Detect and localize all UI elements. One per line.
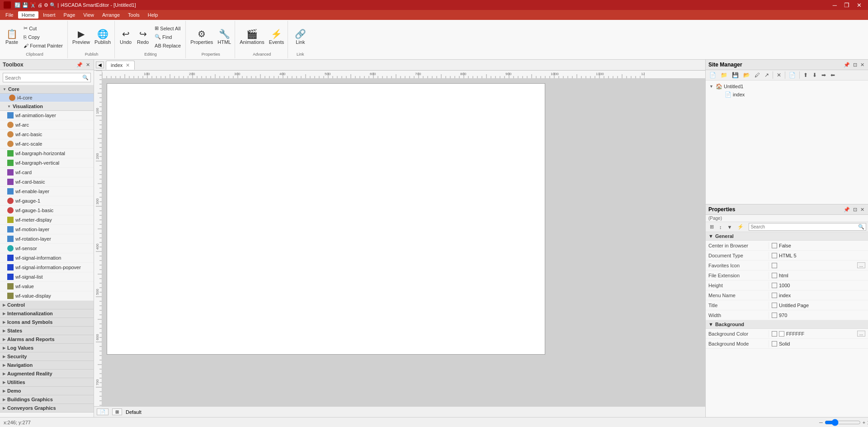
section-logvalues[interactable]: ▶ Log Values bbox=[0, 344, 94, 352]
link-button[interactable]: 🔗 Link bbox=[292, 24, 308, 50]
toolbox-item-signal-info-popover[interactable]: wf-signal-information-popover bbox=[0, 263, 94, 272]
toolbox-item-enable-layer[interactable]: wf-enable-layer bbox=[0, 187, 94, 196]
toolbox-item-animation-layer[interactable]: wf-animation-layer bbox=[0, 111, 94, 120]
section-states[interactable]: ▶ States bbox=[0, 327, 94, 335]
sm-down-button[interactable]: ⬇ bbox=[811, 71, 819, 79]
canvas-viewport[interactable] bbox=[102, 79, 705, 406]
menu-page[interactable]: Page bbox=[60, 11, 79, 19]
format-painter-button[interactable]: 🖌 Format Painter bbox=[21, 42, 66, 50]
toolbox-item-bargraph-h[interactable]: wf-bargraph-horizontal bbox=[0, 149, 94, 158]
section-buildings[interactable]: ▶ Buildings Graphics bbox=[0, 395, 94, 404]
section-i18n[interactable]: ▶ Internationalization bbox=[0, 309, 94, 318]
bg-color-edit-button[interactable]: ... bbox=[857, 331, 865, 337]
sm-new-button[interactable]: 📄 bbox=[708, 71, 718, 79]
menu-file[interactable]: File bbox=[2, 11, 17, 19]
props-grid-button[interactable]: ⊞ bbox=[708, 223, 716, 231]
bg-color-checkbox[interactable] bbox=[772, 331, 777, 337]
canvas-prev-button[interactable]: ◀ bbox=[96, 62, 104, 68]
toolbox-item-i4core[interactable]: i4-core bbox=[0, 94, 94, 102]
replace-button[interactable]: AB Replace bbox=[152, 42, 184, 50]
toolbox-item-card[interactable]: wf-card bbox=[0, 168, 94, 177]
toolbox-item-motion-layer[interactable]: wf-motion-layer bbox=[0, 225, 94, 234]
section-ar[interactable]: ▶ Augmented Reality bbox=[0, 370, 94, 378]
menu-name-checkbox[interactable] bbox=[772, 293, 777, 298]
toolbox-item-gauge1-basic[interactable]: wf-gauge-1-basic bbox=[0, 206, 94, 215]
canvas-tab-close-button[interactable]: ✕ bbox=[126, 62, 130, 68]
toolbox-item-arc-scale[interactable]: wf-arc-scale bbox=[0, 139, 94, 149]
section-core[interactable]: ▼ Core bbox=[0, 85, 94, 94]
select-all-button[interactable]: ⊞ Select All bbox=[152, 24, 184, 33]
toolbox-item-value-display[interactable]: wf-value-display bbox=[0, 291, 94, 301]
animations-button[interactable]: 🎬 Animations bbox=[238, 24, 266, 50]
menu-insert[interactable]: Insert bbox=[39, 11, 59, 19]
section-demo[interactable]: ▶ Demo bbox=[0, 387, 94, 395]
canvas-grid-button[interactable]: ⊞ bbox=[112, 408, 122, 415]
center-browser-checkbox[interactable] bbox=[772, 243, 777, 248]
sm-edit-button[interactable]: 🖊 bbox=[753, 71, 762, 79]
prop-section-background[interactable]: ▼ Background bbox=[706, 320, 868, 329]
favorites-icon-edit-button[interactable]: ... bbox=[857, 262, 865, 268]
toolbox-item-signal-info[interactable]: wf-signal-information bbox=[0, 253, 94, 263]
sm-right-button[interactable]: ➡ bbox=[820, 71, 828, 79]
tree-root[interactable]: ▼ 🏠 Untitled1 bbox=[708, 82, 866, 90]
canvas-page[interactable] bbox=[107, 83, 545, 355]
prop-section-general[interactable]: ▼ General bbox=[706, 232, 868, 241]
toolbox-item-arc[interactable]: wf-arc bbox=[0, 120, 94, 130]
bg-color-swatch[interactable] bbox=[779, 331, 784, 337]
toolbox-item-bargraph-v[interactable]: wf-bargraph-vertical bbox=[0, 158, 94, 168]
props-filter-button[interactable]: ▼ bbox=[725, 223, 735, 231]
toolbox-item-gauge1[interactable]: wf-gauge-1 bbox=[0, 196, 94, 206]
redo-button[interactable]: ↪ Redo bbox=[135, 24, 151, 50]
section-icons[interactable]: ▶ Icons and Symbols bbox=[0, 318, 94, 327]
toolbox-close-button[interactable]: ✕ bbox=[85, 62, 91, 68]
doc-type-checkbox[interactable] bbox=[772, 253, 777, 258]
properties-close-button[interactable]: ✕ bbox=[859, 207, 865, 213]
favorites-icon-checkbox[interactable] bbox=[772, 263, 777, 268]
paste-button[interactable]: 📋 Paste bbox=[4, 24, 20, 50]
toolbox-item-sensor[interactable]: wf-sensor bbox=[0, 244, 94, 253]
zoom-out-button[interactable]: ─ bbox=[819, 420, 823, 425]
toolbox-item-card-basic[interactable]: wf-card-basic bbox=[0, 177, 94, 187]
properties-ribbon-button[interactable]: ⚙ Properties bbox=[189, 24, 215, 50]
minimize-button[interactable]: ─ bbox=[830, 2, 840, 9]
sm-newfolder-button[interactable]: 📁 bbox=[719, 71, 729, 79]
close-button[interactable]: ✕ bbox=[854, 2, 864, 9]
sm-save-button[interactable]: 💾 bbox=[730, 71, 741, 79]
site-manager-pin-button[interactable]: 📌 bbox=[843, 62, 851, 68]
toolbox-item-signal-list[interactable]: wf-signal-list bbox=[0, 272, 94, 282]
sm-open-button[interactable]: 📂 bbox=[741, 71, 752, 79]
section-conveyors[interactable]: ▶ Conveyors Graphics bbox=[0, 404, 94, 413]
height-checkbox[interactable] bbox=[772, 283, 777, 288]
sm-delete-button[interactable]: ✕ bbox=[775, 71, 783, 79]
zoom-slider-input[interactable] bbox=[825, 419, 861, 426]
tree-index[interactable]: 📄 index bbox=[708, 90, 866, 99]
toolbox-pin-button[interactable]: 📌 bbox=[75, 62, 84, 68]
section-control[interactable]: ▶ Control bbox=[0, 301, 94, 309]
menu-view[interactable]: View bbox=[80, 11, 98, 19]
canvas-page-icon-button[interactable]: 📄 bbox=[97, 408, 108, 415]
menu-home[interactable]: Home bbox=[18, 11, 38, 19]
sm-up-button[interactable]: ⬆ bbox=[802, 71, 810, 79]
sm-page-button[interactable]: 📄 bbox=[787, 71, 797, 79]
props-lightning-button[interactable]: ⚡ bbox=[735, 223, 746, 231]
toolbox-item-value[interactable]: wf-value bbox=[0, 282, 94, 291]
title-bar-controls[interactable]: ─ ❐ ✕ bbox=[830, 2, 864, 9]
file-ext-checkbox[interactable] bbox=[772, 273, 777, 278]
site-manager-close-button[interactable]: ✕ bbox=[859, 62, 865, 68]
section-alarms[interactable]: ▶ Alarms and Reports bbox=[0, 335, 94, 344]
sm-export-button[interactable]: ↗ bbox=[763, 71, 771, 79]
menu-arrange[interactable]: Arrange bbox=[99, 11, 123, 19]
properties-search-input[interactable] bbox=[750, 224, 858, 229]
copy-button[interactable]: ⎘ Copy bbox=[21, 33, 66, 41]
toolbox-content[interactable]: ▼ Core i4-core ▼ Visualization wf-animat… bbox=[0, 85, 94, 417]
menu-help[interactable]: Help bbox=[144, 11, 162, 19]
width-checkbox[interactable] bbox=[772, 313, 777, 318]
toolbox-item-arc-basic[interactable]: wf-arc-basic bbox=[0, 130, 94, 139]
title-checkbox[interactable] bbox=[772, 303, 777, 308]
toolbox-item-rotation-layer[interactable]: wf-rotation-layer bbox=[0, 234, 94, 244]
zoom-in-button[interactable]: + bbox=[863, 420, 865, 425]
toolbox-item-meter[interactable]: wf-meter-display bbox=[0, 215, 94, 225]
canvas-tab-index[interactable]: index ✕ bbox=[106, 61, 135, 70]
restore-button[interactable]: ❐ bbox=[841, 2, 852, 9]
search-input[interactable] bbox=[5, 75, 82, 81]
